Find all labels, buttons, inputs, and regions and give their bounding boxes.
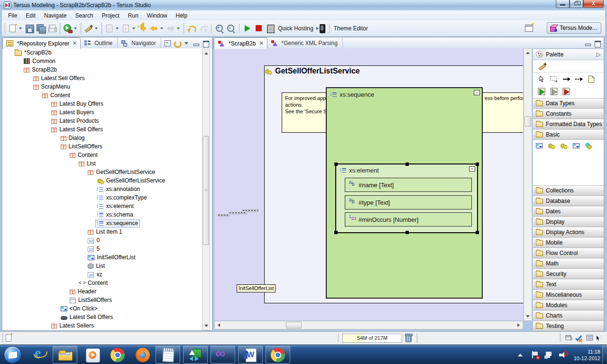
network-icon[interactable] (544, 351, 553, 359)
tree-item[interactable]: GetSellOfferListService (2, 176, 202, 185)
update-dropdown[interactable] (132, 27, 135, 29)
canvas-vscrollbar[interactable] (524, 48, 532, 321)
gears-icon[interactable] (561, 143, 567, 149)
tray-clock[interactable]: 11:18 10-12-2012 (574, 348, 600, 362)
quick-hosting-icon[interactable] (265, 23, 276, 34)
xs-element-box[interactable]: xs:element − #name [Text] #type [Text] #… (335, 164, 478, 233)
tab-outline[interactable]: Outline (81, 37, 118, 48)
menu-search[interactable]: Search (71, 11, 97, 20)
process-tool[interactable] (548, 87, 561, 97)
tree-item[interactable]: Latest Sell Offers (2, 313, 202, 321)
xs-sequence-box[interactable]: xs:sequence − xs:element − #name [Text] (326, 87, 483, 299)
selection-handle[interactable] (334, 163, 338, 166)
tree-item[interactable]: Content (2, 91, 202, 100)
note-tool[interactable] (585, 74, 598, 84)
app-icon[interactable] (4, 1, 11, 9)
select-tool[interactable] (536, 74, 548, 84)
minimize-editor-icon[interactable] (584, 39, 592, 47)
palette-drawer-formatted-data-types[interactable]: Formatted Data Types (533, 119, 604, 129)
zoom-out-button[interactable]: − (226, 23, 236, 34)
restore-button[interactable] (570, 0, 583, 8)
display-icon[interactable] (573, 143, 579, 148)
link-with-editor-icon[interactable] (173, 39, 182, 47)
taskbar-app-word[interactable] (238, 346, 263, 364)
status-window-icon[interactable] (565, 335, 573, 341)
menu-window[interactable]: Window (143, 11, 172, 20)
tree-item[interactable]: Latest Products (2, 117, 202, 125)
close-button[interactable]: X (583, 0, 604, 8)
tree-item[interactable]: List (2, 159, 202, 168)
gears-icon[interactable] (548, 143, 555, 149)
new-dropdown[interactable] (19, 27, 22, 29)
menu-project[interactable]: Project (97, 11, 123, 20)
tree-item[interactable]: Header (2, 287, 202, 296)
slot-name[interactable]: #name [Text] (345, 178, 472, 192)
palette-header[interactable]: Palette ▷ (533, 49, 604, 60)
menu-navigate[interactable]: Navigate (40, 11, 71, 20)
commit-button[interactable] (104, 23, 115, 34)
tree-item[interactable]: Latest Sellers (2, 321, 202, 330)
collapse-sequence-button[interactable]: − (474, 90, 480, 95)
reference-tool[interactable] (573, 74, 585, 84)
minimize-button[interactable] (556, 0, 570, 8)
tree-item[interactable]: InitSellOfferList (2, 253, 202, 262)
palette-drawer-display-actions[interactable]: Display Actions (533, 227, 604, 237)
taskbar-app-firefox[interactable] (130, 346, 155, 364)
forward-dropdown[interactable] (177, 27, 180, 29)
tree-item[interactable]: <On Click> (2, 304, 202, 313)
palette-drawer-mobile[interactable]: Mobile (533, 237, 604, 248)
callable-service-tool[interactable] (536, 87, 548, 97)
palette-brush-tool[interactable] (533, 60, 604, 73)
menu-file[interactable]: File (4, 11, 21, 20)
run-dropdown[interactable] (74, 27, 77, 29)
back-dropdown[interactable] (160, 27, 163, 29)
tab-navigator[interactable]: Navigator (118, 37, 161, 48)
tree-item[interactable]: xs:schema (2, 210, 202, 219)
tree-item[interactable]: 5 (2, 245, 202, 253)
back-to-model-button[interactable] (138, 23, 148, 34)
collapse-all-icon[interactable] (164, 39, 172, 47)
menu-run[interactable]: Run (124, 11, 143, 20)
tree-item[interactable]: *ScrapB2b (2, 48, 202, 57)
taskbar-app-tersus[interactable] (183, 346, 208, 364)
tree-item[interactable]: ListSellOffers (2, 296, 202, 304)
status-new-icon[interactable] (6, 334, 11, 342)
garbage-collect-icon[interactable] (405, 334, 412, 342)
stop-button[interactable] (254, 23, 264, 34)
print-button[interactable] (47, 23, 57, 34)
palette-drawer-math[interactable]: Math (533, 258, 604, 269)
gears-cyan-icon[interactable] (585, 143, 592, 149)
menu-edit[interactable]: Edit (21, 11, 40, 20)
tree-item[interactable]: Latest Sell Offers (2, 74, 202, 82)
save-all-button[interactable] (36, 23, 46, 34)
tree-item[interactable]: List (2, 262, 202, 270)
tree-item[interactable]: Content (2, 279, 202, 287)
palette-drawer-constants[interactable]: Constants (533, 109, 604, 119)
palette-drawer-database[interactable]: Database (533, 196, 604, 206)
selection-handle[interactable] (334, 231, 338, 234)
save-button[interactable] (24, 23, 35, 34)
launch-button[interactable] (242, 23, 253, 34)
selection-handle[interactable] (405, 163, 409, 166)
perspective-button[interactable]: Tersus Mode... (547, 22, 601, 34)
update-button[interactable] (121, 23, 131, 34)
close-tab-icon[interactable]: ✕ (73, 40, 77, 46)
palette-drawer-dates[interactable]: Dates (533, 206, 604, 217)
slot-minoccurs[interactable]: #minOccurs [Number] (345, 212, 472, 227)
title-bar[interactable]: Tersus Modeling - ScrapB2b/ScrapB2b - Te… (0, 0, 607, 10)
tray-show-hidden-icon[interactable] (518, 354, 523, 356)
flow-tool[interactable] (561, 74, 573, 84)
zoom-in-button[interactable]: + (214, 23, 225, 34)
tree-item[interactable]: xz (2, 270, 202, 279)
tree-item[interactable]: List Item 1 (2, 228, 202, 236)
tree-item[interactable]: xs:complexType (2, 193, 202, 202)
diagram-canvas[interactable]: GetSellOfferListService For improved app… (214, 48, 523, 320)
run-button[interactable] (63, 23, 73, 34)
tree-item[interactable]: Latest Buy Offers (2, 100, 202, 108)
menu-help[interactable]: Help (172, 11, 192, 20)
selection-handle[interactable] (405, 231, 409, 234)
start-button[interactable] (4, 346, 21, 364)
volume-muted-icon[interactable] (559, 351, 567, 359)
commit-dropdown[interactable] (116, 27, 119, 29)
open-perspective-button[interactable] (524, 23, 534, 33)
